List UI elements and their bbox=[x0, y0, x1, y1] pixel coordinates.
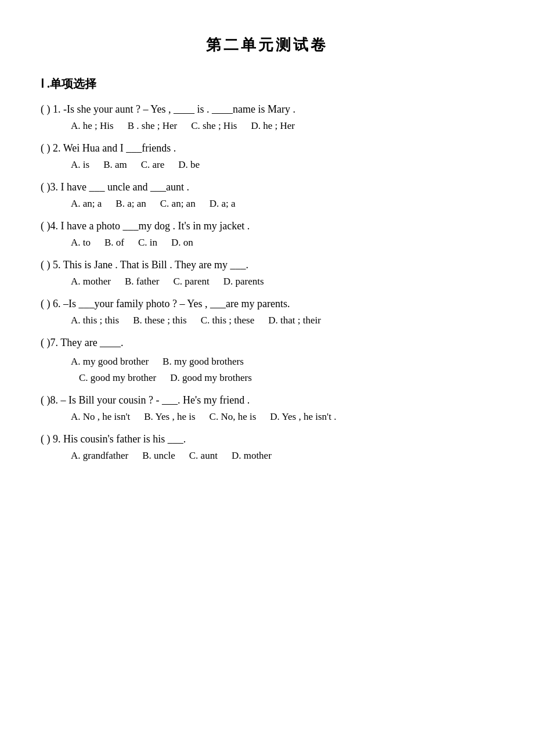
q2-text: ( ) 2. Wei Hua and I ___friends . bbox=[41, 142, 493, 154]
q6-option-c[interactable]: C. this ; these bbox=[201, 315, 255, 326]
q9-text: ( ) 9. His cousin's father is his ___. bbox=[41, 433, 493, 445]
q4-option-c[interactable]: C. in bbox=[138, 237, 157, 249]
q3-option-b[interactable]: B. a; an bbox=[116, 198, 146, 210]
q1-text: ( ) 1. -Is she your aunt ? – Yes , ____ … bbox=[41, 103, 493, 116]
q9-option-b[interactable]: B. uncle bbox=[142, 450, 175, 462]
question-8: ( )8. – Is Bill your cousin ? - ___. He'… bbox=[41, 394, 493, 423]
q9-option-d[interactable]: D. mother bbox=[232, 450, 272, 462]
q1-option-d[interactable]: D. he ; Her bbox=[251, 120, 295, 132]
q2-option-c[interactable]: C. are bbox=[141, 159, 165, 171]
q5-option-a[interactable]: A. mother bbox=[71, 276, 111, 287]
q5-option-b[interactable]: B. father bbox=[125, 276, 159, 287]
q4-text: ( )4. I have a photo ___my dog . It's in… bbox=[41, 220, 493, 232]
q4-option-b[interactable]: B. of bbox=[104, 237, 124, 249]
q8-option-d[interactable]: D. Yes , he isn't . bbox=[270, 411, 336, 423]
q5-option-d[interactable]: D. parents bbox=[223, 276, 264, 287]
q6-option-a[interactable]: A. this ; this bbox=[71, 315, 119, 326]
q5-option-c[interactable]: C. parent bbox=[173, 276, 209, 287]
q7-text: ( )7. They are ____. bbox=[41, 337, 493, 349]
question-2: ( ) 2. Wei Hua and I ___friends . A. is … bbox=[41, 142, 493, 171]
q9-option-a[interactable]: A. grandfather bbox=[71, 450, 128, 462]
q1-option-a[interactable]: A. he ; His bbox=[71, 120, 114, 132]
q8-text: ( )8. – Is Bill your cousin ? - ___. He'… bbox=[41, 394, 493, 406]
q2-option-d[interactable]: D. be bbox=[178, 159, 200, 171]
q3-option-d[interactable]: D. a; a bbox=[210, 198, 236, 210]
question-9: ( ) 9. His cousin's father is his ___. A… bbox=[41, 433, 493, 462]
questions-container: ( ) 1. -Is she your aunt ? – Yes , ____ … bbox=[41, 103, 493, 462]
q1-option-c[interactable]: C. she ; His bbox=[191, 120, 237, 132]
section-header: Ⅰ .单项选择 bbox=[41, 76, 493, 92]
q4-option-a[interactable]: A. to bbox=[71, 237, 91, 249]
question-4: ( )4. I have a photo ___my dog . It's in… bbox=[41, 220, 493, 249]
q8-option-a[interactable]: A. No , he isn't bbox=[71, 411, 130, 423]
question-7: ( )7. They are ____. A. my good brother … bbox=[41, 337, 493, 384]
q7-option-c[interactable]: C. good my brother bbox=[79, 372, 156, 384]
page-title: 第二单元测试卷 bbox=[41, 35, 493, 55]
q4-option-d[interactable]: D. on bbox=[171, 237, 193, 249]
q7-option-d[interactable]: D. good my brothers bbox=[170, 372, 252, 384]
q3-text: ( )3. I have ___ uncle and ___aunt . bbox=[41, 181, 493, 193]
question-1: ( ) 1. -Is she your aunt ? – Yes , ____ … bbox=[41, 103, 493, 132]
q7-option-a[interactable]: A. my good brother bbox=[71, 356, 149, 368]
question-3: ( )3. I have ___ uncle and ___aunt . A. … bbox=[41, 181, 493, 210]
q6-option-d[interactable]: D. that ; their bbox=[268, 315, 321, 326]
q6-option-b[interactable]: B. these ; this bbox=[133, 315, 187, 326]
q7-option-b[interactable]: B. my good brothers bbox=[163, 356, 244, 368]
q8-option-c[interactable]: C. No, he is bbox=[210, 411, 257, 423]
question-5: ( ) 5. This is Jane . That is Bill . The… bbox=[41, 259, 493, 287]
q3-option-c[interactable]: C. an; an bbox=[160, 198, 196, 210]
q2-option-b[interactable]: B. am bbox=[103, 159, 127, 171]
q2-option-a[interactable]: A. is bbox=[71, 159, 89, 171]
q8-option-b[interactable]: B. Yes , he is bbox=[144, 411, 195, 423]
q3-option-a[interactable]: A. an; a bbox=[71, 198, 102, 210]
q1-option-b[interactable]: B . she ; Her bbox=[128, 120, 177, 132]
q6-text: ( ) 6. –Is ___your family photo ? – Yes … bbox=[41, 298, 493, 310]
q5-text: ( ) 5. This is Jane . That is Bill . The… bbox=[41, 259, 493, 271]
q9-option-c[interactable]: C. aunt bbox=[189, 450, 218, 462]
question-6: ( ) 6. –Is ___your family photo ? – Yes … bbox=[41, 298, 493, 326]
